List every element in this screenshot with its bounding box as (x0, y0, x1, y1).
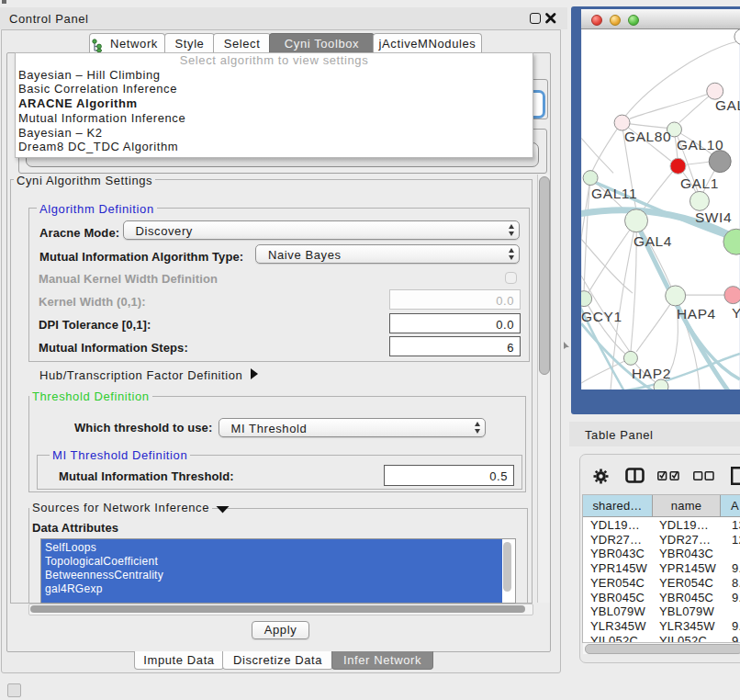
svg-text:SWI4: SWI4 (695, 209, 732, 225)
svg-text:GAL: GAL (715, 97, 740, 113)
svg-text:GAL10: GAL10 (677, 137, 723, 152)
svg-text:Y: Y (732, 305, 740, 321)
svg-text:GCY1: GCY1 (581, 309, 622, 324)
svg-text:HAP2: HAP2 (632, 366, 671, 381)
svg-text:GAL11: GAL11 (591, 186, 637, 201)
svg-text:GAL4: GAL4 (633, 233, 672, 249)
svg-text:GAL80: GAL80 (624, 129, 671, 144)
svg-text:HAP4: HAP4 (677, 306, 716, 322)
svg-text:GAL1: GAL1 (680, 175, 719, 191)
